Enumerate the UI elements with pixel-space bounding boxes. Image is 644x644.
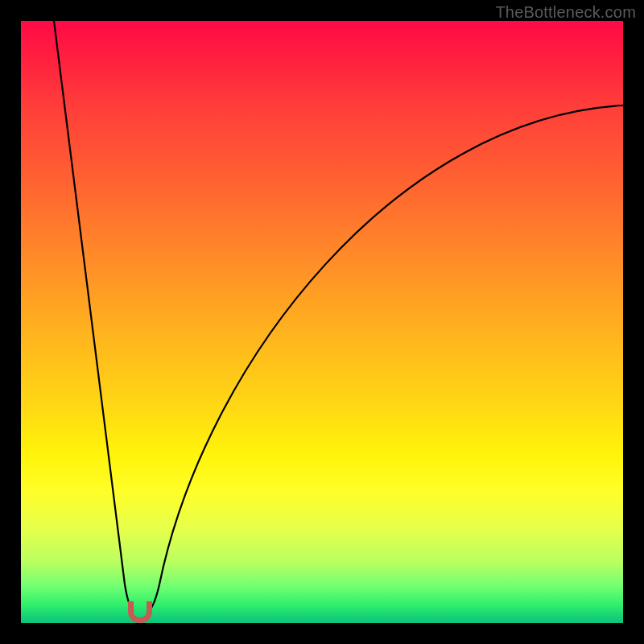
watermark-text: TheBottleneck.com <box>495 3 636 22</box>
plot-area <box>21 21 623 623</box>
minimum-marker <box>128 601 152 623</box>
chart-frame: TheBottleneck.com <box>0 0 644 644</box>
curve-left-branch <box>54 21 134 611</box>
curve-right-branch <box>149 105 623 611</box>
bottleneck-curve <box>21 21 623 623</box>
